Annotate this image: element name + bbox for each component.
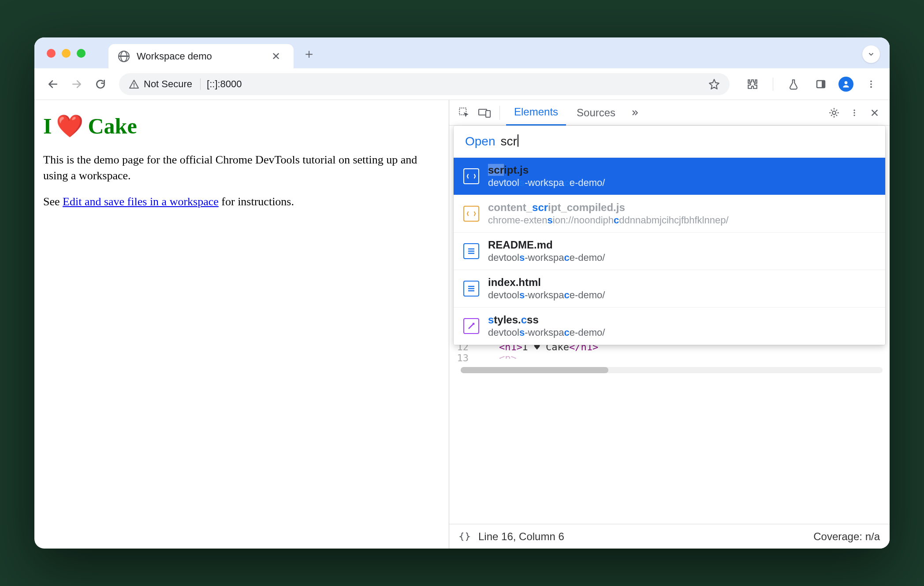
svg-point-4 bbox=[870, 83, 872, 85]
traffic-lights bbox=[47, 49, 86, 58]
maximize-window-button[interactable] bbox=[77, 49, 86, 58]
devtools-close-button[interactable] bbox=[866, 104, 883, 122]
svg-rect-1 bbox=[822, 81, 825, 88]
result-filename: README.md bbox=[488, 239, 605, 251]
kebab-icon bbox=[850, 108, 859, 117]
menu-button[interactable] bbox=[861, 74, 881, 94]
editor-horizontal-scrollbar[interactable] bbox=[461, 367, 883, 373]
tab-list-button[interactable] bbox=[862, 45, 880, 63]
tab-title: Workspace demo bbox=[137, 51, 261, 62]
arrow-left-icon bbox=[47, 78, 59, 90]
pretty-print-icon[interactable] bbox=[459, 531, 470, 542]
star-icon[interactable] bbox=[708, 78, 720, 90]
new-tab-button[interactable]: ＋ bbox=[302, 45, 316, 68]
file-type-icon bbox=[463, 281, 479, 297]
puzzle-icon bbox=[747, 78, 758, 90]
close-window-button[interactable] bbox=[47, 49, 56, 58]
open-query-text: scr bbox=[501, 134, 518, 148]
browser-tab[interactable]: Workspace demo ✕ bbox=[108, 44, 294, 68]
file-type-icon bbox=[463, 243, 479, 259]
open-label: Open bbox=[465, 134, 496, 148]
tab-elements[interactable]: Elements bbox=[506, 100, 566, 126]
person-icon bbox=[842, 80, 850, 89]
open-file-result[interactable]: README.md devtools-workspace-demo/ bbox=[454, 233, 885, 270]
security-indicator[interactable]: Not Secure bbox=[129, 78, 201, 90]
chevron-double-right-icon bbox=[629, 108, 641, 117]
close-icon bbox=[870, 108, 879, 118]
back-button[interactable] bbox=[43, 74, 63, 94]
forward-button[interactable] bbox=[67, 74, 86, 94]
result-path: chrome-extension://noondiphcddnnabmjcihc… bbox=[488, 215, 729, 226]
devtools-menu-button[interactable] bbox=[846, 104, 863, 122]
svg-point-11 bbox=[853, 112, 855, 113]
kebab-icon bbox=[866, 79, 876, 89]
panel-icon bbox=[816, 79, 826, 89]
result-path: devtools-workspace-demo/ bbox=[488, 327, 605, 338]
gear-icon bbox=[828, 107, 840, 119]
devtools-panel: Elements Sources Open bbox=[449, 100, 890, 549]
svg-point-12 bbox=[853, 115, 855, 116]
toolbar-right bbox=[738, 74, 881, 94]
open-file-results: script.js devtools-workspace-demo/ conte… bbox=[454, 158, 885, 345]
titlebar: Workspace demo ✕ ＋ bbox=[34, 37, 890, 68]
editor-line[interactable]: 13 <p> bbox=[454, 352, 890, 363]
inspect-icon bbox=[458, 107, 470, 119]
result-path: devtools-workspace-demo/ bbox=[488, 252, 605, 263]
result-filename: script.js bbox=[488, 164, 605, 176]
flask-icon bbox=[788, 78, 799, 90]
warning-icon bbox=[129, 79, 139, 89]
svg-point-5 bbox=[870, 86, 872, 88]
content-area: I ❤️ Cake This is the demo page for the … bbox=[34, 100, 890, 549]
result-filename: styles.css bbox=[488, 314, 605, 326]
devices-icon bbox=[478, 108, 491, 118]
browser-window: Workspace demo ✕ ＋ Not Secure [::]:8000 bbox=[34, 37, 890, 549]
omnibox[interactable]: Not Secure [::]:8000 bbox=[119, 73, 730, 95]
open-file-dialog: Open scr script.js devtools-workspace-de… bbox=[454, 126, 885, 345]
devtools-settings-button[interactable] bbox=[825, 104, 843, 122]
svg-point-9 bbox=[832, 111, 836, 115]
devtools-status-bar: Line 16, Column 6 Coverage: n/a bbox=[449, 524, 890, 549]
cursor-position: Line 16, Column 6 bbox=[478, 530, 564, 543]
extensions-button[interactable] bbox=[743, 74, 762, 94]
globe-icon bbox=[118, 51, 130, 62]
open-file-result[interactable]: index.html devtools-workspace-demo/ bbox=[454, 270, 885, 308]
heart-icon: ❤️ bbox=[56, 113, 83, 139]
more-tabs-button[interactable] bbox=[626, 104, 644, 122]
page-heading: I ❤️ Cake bbox=[43, 113, 440, 139]
coverage-label: Coverage: n/a bbox=[813, 530, 880, 543]
chevron-down-icon bbox=[867, 50, 875, 58]
workspace-tutorial-link[interactable]: Edit and save files in a workspace bbox=[63, 195, 219, 208]
result-path: devtools-workspace-demo/ bbox=[488, 289, 605, 301]
url-text: [::]:8000 bbox=[207, 78, 702, 90]
tab-close-button[interactable]: ✕ bbox=[268, 48, 284, 64]
open-file-result[interactable]: styles.css devtools-workspace-demo/ bbox=[454, 308, 885, 345]
open-file-result[interactable]: script.js devtools-workspace-demo/ bbox=[454, 158, 885, 195]
tab-sources[interactable]: Sources bbox=[569, 100, 623, 125]
svg-point-10 bbox=[853, 109, 855, 111]
profile-button[interactable] bbox=[838, 77, 853, 92]
file-type-icon bbox=[463, 206, 479, 222]
open-file-result[interactable]: content_script_compiled.js chrome-extens… bbox=[454, 195, 885, 233]
reload-button[interactable] bbox=[91, 74, 110, 94]
result-filename: content_script_compiled.js bbox=[488, 201, 729, 214]
open-file-input[interactable]: Open scr bbox=[454, 126, 885, 158]
svg-point-3 bbox=[870, 80, 872, 82]
arrow-right-icon bbox=[71, 78, 82, 90]
page-paragraph-2: See Edit and save files in a workspace f… bbox=[43, 194, 440, 210]
labs-button[interactable] bbox=[784, 74, 803, 94]
side-panel-button[interactable] bbox=[811, 74, 831, 94]
result-path: devtools-workspace-demo/ bbox=[488, 177, 605, 189]
svg-rect-8 bbox=[486, 111, 490, 117]
device-toolbar-button[interactable] bbox=[476, 104, 493, 122]
reload-icon bbox=[95, 78, 106, 90]
file-type-icon bbox=[463, 318, 479, 334]
not-secure-label: Not Secure bbox=[144, 78, 192, 90]
svg-point-2 bbox=[845, 81, 848, 84]
inspect-button[interactable] bbox=[455, 104, 473, 122]
minimize-window-button[interactable] bbox=[62, 49, 71, 58]
result-filename: index.html bbox=[488, 276, 605, 289]
address-bar: Not Secure [::]:8000 bbox=[34, 68, 890, 100]
file-type-icon bbox=[463, 168, 479, 184]
page-paragraph: This is the demo page for the official C… bbox=[43, 152, 440, 184]
devtools-tabs: Elements Sources bbox=[449, 100, 890, 126]
